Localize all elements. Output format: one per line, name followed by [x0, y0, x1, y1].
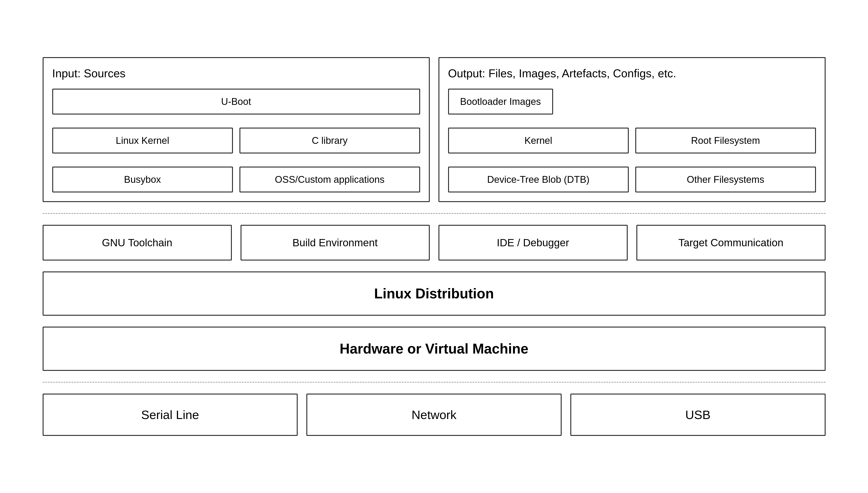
- bootloader-box: Bootloader Images: [448, 89, 553, 114]
- ide-debugger-box: IDE / Debugger: [438, 225, 627, 260]
- bottom-row: Serial Line Network USB: [43, 393, 826, 436]
- top-row: Input: Sources U-Boot Linux Kernel C lib…: [43, 57, 826, 202]
- busybox-box: Busybox: [52, 167, 233, 192]
- usb-box: USB: [570, 393, 826, 436]
- separator-2: [43, 382, 826, 383]
- output-grid: Bootloader Images Kernel Root Filesystem…: [448, 89, 816, 192]
- output-section: Output: Files, Images, Artefacts, Config…: [438, 57, 826, 202]
- input-section: Input: Sources U-Boot Linux Kernel C lib…: [43, 57, 430, 202]
- build-env-box: Build Environment: [241, 225, 430, 260]
- c-library-box: C library: [239, 128, 420, 153]
- root-fs-box: Root Filesystem: [635, 128, 816, 153]
- tools-row: GNU Toolchain Build Environment IDE / De…: [43, 225, 826, 260]
- other-fs-box: Other Filesystems: [635, 167, 816, 192]
- input-label: Input: Sources: [52, 67, 420, 80]
- separator-1: [43, 213, 826, 214]
- dtb-box: Device-Tree Blob (DTB): [448, 167, 629, 192]
- serial-line-box: Serial Line: [43, 393, 298, 436]
- output-label: Output: Files, Images, Artefacts, Config…: [448, 67, 816, 80]
- linux-dist-box: Linux Distribution: [43, 272, 826, 316]
- input-grid: U-Boot Linux Kernel C library Busybox OS…: [52, 89, 420, 192]
- network-box: Network: [306, 393, 562, 436]
- gnu-toolchain-box: GNU Toolchain: [43, 225, 232, 260]
- oss-apps-box: OSS/Custom applications: [239, 167, 420, 192]
- uboot-box: U-Boot: [52, 89, 420, 114]
- kernel-box: Kernel: [448, 128, 629, 153]
- target-comm-box: Target Communication: [636, 225, 826, 260]
- hardware-box: Hardware or Virtual Machine: [43, 327, 826, 371]
- diagram: Input: Sources U-Boot Linux Kernel C lib…: [29, 44, 839, 449]
- linux-kernel-box: Linux Kernel: [52, 128, 233, 153]
